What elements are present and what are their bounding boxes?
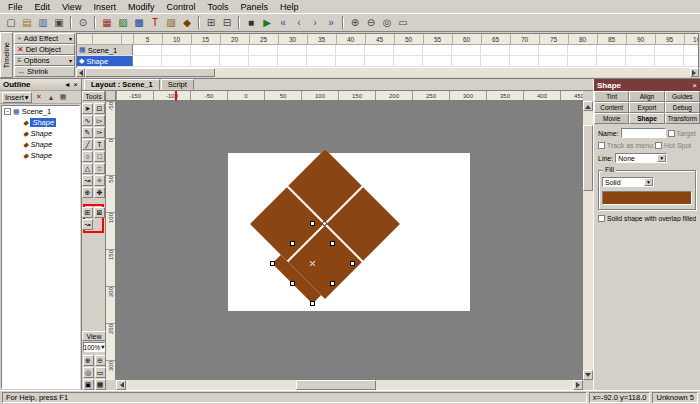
new-icon[interactable]: ▢: [3, 15, 19, 30]
actual-size-icon[interactable]: ◎: [379, 15, 395, 30]
options-button[interactable]: ≡ Options ▾: [14, 55, 75, 66]
menu-modify[interactable]: Modify: [122, 1, 161, 13]
tab-guides[interactable]: Guides: [665, 91, 700, 102]
selection-handle[interactable]: [330, 241, 335, 246]
zoom-level-select[interactable]: 100%▾: [83, 342, 105, 352]
insert-scene-icon[interactable]: ▦: [99, 15, 115, 30]
insert-shape-icon[interactable]: ◆: [179, 15, 195, 30]
menu-control[interactable]: Control: [160, 1, 201, 13]
selection-handle[interactable]: [330, 281, 335, 286]
insert-text-icon[interactable]: T: [147, 15, 163, 30]
fast-forward-icon[interactable]: »: [323, 15, 339, 30]
insert-menu-button[interactable]: Insert▾: [2, 92, 32, 103]
transform-tool[interactable]: ⊡: [94, 103, 105, 114]
frame-cells[interactable]: [133, 45, 698, 55]
selection-handle[interactable]: [310, 221, 315, 226]
track-as-menu-checkbox[interactable]: [598, 142, 605, 149]
target-checkbox[interactable]: [668, 130, 675, 137]
insert-image-icon[interactable]: ▨: [163, 15, 179, 30]
toolbar-icon[interactable]: [198, 16, 200, 29]
toolbar-icon[interactable]: [342, 16, 344, 29]
menu-view[interactable]: View: [56, 1, 87, 13]
tab-tint[interactable]: Tint: [594, 91, 629, 102]
zoom-out-icon[interactable]: ⊖: [363, 15, 379, 30]
motion-path-tool[interactable]: ↝: [82, 219, 93, 230]
expand-all-icon[interactable]: ▦: [58, 92, 69, 103]
canvas-workspace[interactable]: [116, 101, 583, 380]
outline-item-shape[interactable]: ◆ Shape: [2, 139, 79, 150]
save-icon[interactable]: ▥: [35, 15, 51, 30]
tab-content[interactable]: Content: [594, 102, 629, 113]
step-forward-icon[interactable]: ›: [307, 15, 323, 30]
scrollbar-thumb[interactable]: [296, 380, 376, 390]
grid-toggle-icon[interactable]: ⊞: [203, 15, 219, 30]
tab-layout[interactable]: Layout : Scene_1: [84, 79, 160, 90]
fill-type-dropdown[interactable]: Solid ▼: [602, 177, 654, 187]
scribble-tool[interactable]: ↝: [82, 175, 93, 186]
menu-panels[interactable]: Panels: [234, 1, 274, 13]
toolbar-icon[interactable]: [70, 16, 72, 29]
horizontal-ruler[interactable]: -150-100-50050100150200250300350400450: [116, 91, 583, 101]
zoom-in-icon[interactable]: ⊕: [83, 355, 94, 366]
tab-align[interactable]: Align: [629, 91, 664, 102]
rect-tool[interactable]: □: [94, 151, 105, 162]
line-style-dropdown[interactable]: None ▼: [615, 153, 667, 163]
close-icon[interactable]: ×: [692, 81, 697, 90]
vertical-scrollbar[interactable]: [583, 101, 593, 380]
fit-objects-icon[interactable]: ▣: [83, 379, 94, 390]
scroll-right-icon[interactable]: [573, 380, 583, 390]
del-object-button[interactable]: ✕ Del Object: [14, 44, 75, 55]
timeline-frames[interactable]: 5101520253035404550556065707580859095100…: [76, 33, 699, 69]
outline-item-shape[interactable]: ◆ Shape: [2, 128, 79, 139]
stop-icon[interactable]: ■: [243, 15, 259, 30]
view-header[interactable]: View: [82, 331, 106, 341]
tab-export[interactable]: Export: [629, 102, 664, 113]
guides-toggle-icon[interactable]: ⊟: [219, 15, 235, 30]
toolbar-icon[interactable]: [94, 16, 96, 29]
fill-transform-tool[interactable]: ⊞: [82, 207, 93, 218]
timeline-ruler[interactable]: 5101520253035404550556065707580859095100: [77, 34, 698, 45]
outline-item-scene[interactable]: − ▦ Scene_1: [2, 106, 79, 117]
expander-icon[interactable]: [14, 152, 21, 159]
scroll-left-icon[interactable]: [116, 380, 126, 390]
fit-scene-icon[interactable]: ▭: [95, 367, 106, 378]
move-up-icon[interactable]: ▲: [46, 92, 57, 103]
timeline-row-scene[interactable]: ▦Scene_1: [77, 45, 698, 56]
pan-tool[interactable]: ✥: [94, 187, 105, 198]
star-tool[interactable]: ☆: [94, 163, 105, 174]
find-icon[interactable]: ⊙: [75, 15, 91, 30]
toggle-grid-icon[interactable]: ▦: [95, 379, 106, 390]
subselect-tool[interactable]: ▻: [94, 115, 105, 126]
outline-item-shape[interactable]: ◆ Shape: [2, 117, 79, 128]
print-icon[interactable]: ▣: [51, 15, 67, 30]
selection-handle[interactable]: [270, 261, 275, 266]
open-icon[interactable]: ▤: [19, 15, 35, 30]
tab-shape[interactable]: Shape: [629, 113, 664, 124]
expander-icon[interactable]: [14, 119, 21, 126]
zoom-tool[interactable]: ⊕: [82, 187, 93, 198]
overlap-filled-checkbox[interactable]: [598, 215, 605, 222]
timeline-row-shape[interactable]: ◆Shape: [77, 56, 698, 67]
menu-tools[interactable]: Tools: [201, 1, 234, 13]
tab-transform[interactable]: Transform: [665, 113, 700, 124]
ellipse-tool[interactable]: ○: [82, 151, 93, 162]
hot-spot-checkbox[interactable]: [655, 142, 662, 149]
selection-handle[interactable]: [290, 281, 295, 286]
zoom-in-icon[interactable]: ⊕: [347, 15, 363, 30]
insert-button-icon[interactable]: ▩: [131, 15, 147, 30]
close-icon[interactable]: ×: [73, 80, 78, 89]
scrollbar-thumb[interactable]: [85, 68, 215, 77]
dock-icon[interactable]: ◂: [65, 80, 69, 89]
add-effect-button[interactable]: + Add Effect ▾: [14, 33, 75, 44]
line-tool[interactable]: ╱: [82, 139, 93, 150]
zoom-100-icon[interactable]: ◎: [83, 367, 94, 378]
tab-movie[interactable]: Movie: [594, 113, 629, 124]
delete-object-icon[interactable]: ✕: [34, 92, 45, 103]
frame-cells[interactable]: [133, 56, 698, 66]
expander-icon[interactable]: [14, 141, 21, 148]
selection-handle[interactable]: [310, 301, 315, 306]
shrink-button[interactable]: ↔ Shrink: [14, 66, 75, 77]
fit-window-icon[interactable]: ▭: [395, 15, 411, 30]
menu-edit[interactable]: Edit: [29, 1, 57, 13]
scroll-up-icon[interactable]: [583, 101, 593, 111]
